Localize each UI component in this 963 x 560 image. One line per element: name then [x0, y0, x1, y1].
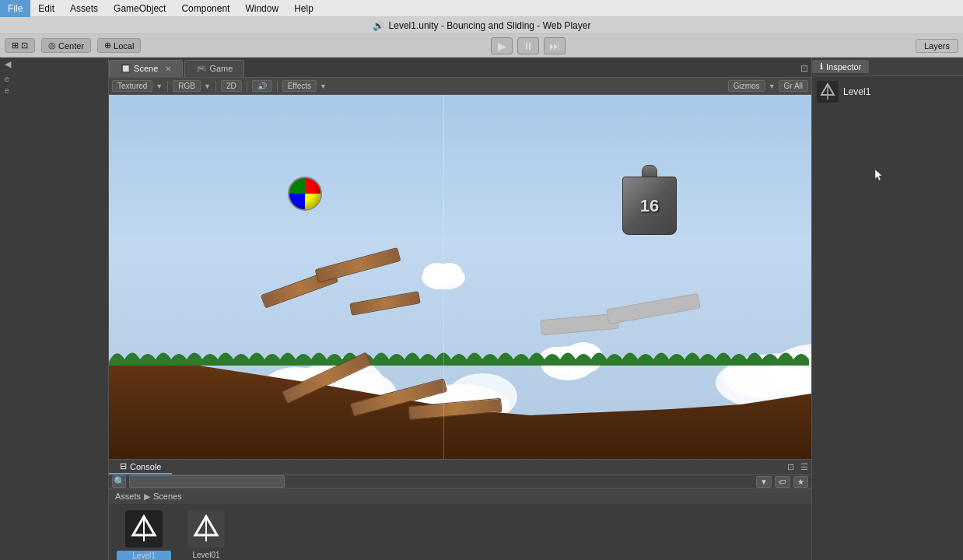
console-tab[interactable]: ⊟ Console [109, 460, 172, 474]
local-icon: ⊕ [104, 40, 111, 51]
layers-button[interactable]: Layers [916, 39, 958, 53]
dropdown-arrow-1: ▼ [156, 82, 163, 90]
bottom-tabs: ⊟ Console ⊡ ☰ [109, 460, 811, 475]
separator-1 [167, 81, 168, 92]
menu-assets[interactable]: Assets [62, 0, 106, 17]
bottom-panel: ⊟ Console ⊡ ☰ 🔍 ▼ 🏷 ★ [109, 459, 811, 560]
left-sidebar: ◀ e e [0, 58, 109, 560]
right-panel: ℹ Inspector Level1 [811, 58, 963, 560]
bottom-toolbar: 🔍 ▼ 🏷 ★ [109, 475, 811, 488]
center-btn[interactable]: ◎ Center [41, 38, 91, 53]
tab-scene[interactable]: 🔲 Scene ✕ [109, 60, 183, 77]
dropdown-arrow-4: ▼ [769, 82, 776, 90]
menu-help[interactable]: Help [286, 0, 321, 17]
inspector-tabs: ℹ Inspector [812, 58, 963, 76]
center-icon: ◎ [48, 40, 56, 51]
center-area: 🔲 Scene ✕ 🎮 Game ⊡ Textured ▼ RGB ▼ 2D 🔊… [109, 58, 811, 560]
assets-breadcrumb: Assets ▶ Scenes [109, 488, 811, 504]
rgb-btn[interactable]: RGB [173, 80, 201, 92]
sidebar-label-2: e [0, 85, 108, 96]
inspector-content: Level1 [812, 76, 963, 107]
assets-content: Level1 Level01 [109, 504, 811, 560]
dropdown-arrow-3: ▼ [320, 82, 327, 90]
maximize-btn[interactable]: ⊡ [797, 60, 811, 77]
toolbar: ⊞ ⊡ ◎ Center ⊕ Local ▶ ⏸ ⏭ Layers [0, 34, 963, 58]
effects-btn[interactable]: Effects [282, 80, 317, 92]
filter-btn[interactable]: ▼ [756, 476, 772, 488]
menu-edit[interactable]: Edit [30, 0, 62, 17]
bottom-menu-btn[interactable]: ☰ [797, 460, 811, 474]
beach-ball [288, 177, 322, 211]
game-icon: 🎮 [196, 64, 207, 73]
pause-button[interactable]: ⏸ [517, 37, 539, 54]
weight-body: 16 [622, 177, 677, 235]
tab-game[interactable]: 🎮 Game [184, 60, 244, 77]
center-cloud-svg [420, 258, 467, 289]
separator-2 [215, 81, 216, 92]
menu-component[interactable]: Component [173, 0, 237, 17]
local-btn[interactable]: ⊕ Local [97, 38, 141, 53]
weight-hook [642, 165, 657, 177]
star-btn[interactable]: ★ [793, 476, 808, 488]
transform-handle-btn[interactable]: ⊞ ⊡ [5, 38, 35, 53]
scene-viewport[interactable]: 16 [109, 95, 811, 459]
title-icon: 🔊 [373, 20, 384, 31]
menu-gameobject[interactable]: GameObject [106, 0, 173, 17]
asset-item-level01[interactable]: Level01 [179, 509, 233, 559]
all-btn[interactable]: Gr All [779, 80, 808, 92]
sidebar-label-1: e [0, 73, 108, 85]
step-button[interactable]: ⏭ [544, 37, 566, 54]
asset-item-level1[interactable]: Level1 [117, 509, 171, 560]
playback-controls: ▶ ⏸ ⏭ [147, 37, 909, 54]
search-icon-btn[interactable]: 🔍 [112, 475, 126, 488]
breadcrumb-arrow: ▶ [144, 492, 150, 502]
level-name-label: Level1 [843, 86, 870, 97]
cursor-pointer [875, 170, 881, 179]
gizmos-btn[interactable]: Gizmos [728, 80, 765, 92]
separator-3 [247, 81, 247, 92]
textured-btn[interactable]: Textured [112, 80, 152, 92]
breadcrumb-scenes[interactable]: Scenes [153, 492, 182, 501]
menu-window[interactable]: Window [237, 0, 286, 17]
scene-icon: 🔲 [121, 64, 131, 73]
audio-btn[interactable]: 🔊 [252, 80, 272, 92]
breadcrumb-assets[interactable]: Assets [115, 492, 141, 501]
scene-tab-close[interactable]: ✕ [165, 65, 171, 73]
inspector-tab[interactable]: ℹ Inspector [812, 60, 869, 73]
assets-panel: Assets ▶ Scenes [109, 488, 811, 560]
play-button[interactable]: ▶ [491, 37, 513, 54]
unity-logo-1 [125, 510, 163, 548]
unity-icon-small [817, 81, 839, 103]
console-icon: ⊟ [120, 461, 127, 471]
inspector-icon: ℹ [820, 61, 823, 72]
right-controls: Layers [916, 39, 958, 53]
2d-btn[interactable]: 2D [221, 80, 242, 92]
title-text: Level1.unity - Bouncing and Sliding - We… [389, 20, 591, 31]
dropdown-arrow-2: ▼ [204, 82, 211, 90]
asset-label-1: Level1 [117, 551, 171, 560]
asset-icon-1 [124, 509, 164, 549]
bottom-collapse-btn[interactable]: ⊡ [784, 460, 797, 474]
asset-icon-2 [186, 509, 226, 549]
label-btn[interactable]: 🏷 [775, 476, 790, 488]
title-bar: 🔊 Level1.unity - Bouncing and Sliding - … [0, 17, 963, 34]
scene-toolbar: Textured ▼ RGB ▼ 2D 🔊 Effects ▼ Gizmos ▼… [109, 78, 811, 95]
menu-bar: File Edit Assets GameObject Component Wi… [0, 0, 963, 17]
sidebar-collapse-btn[interactable]: ◀ [0, 58, 16, 73]
scene-tabs: 🔲 Scene ✕ 🎮 Game ⊡ [109, 58, 811, 78]
grass-svg [109, 342, 809, 366]
unity-logo-2 [187, 510, 225, 548]
asset-label-2: Level01 [179, 551, 233, 559]
weight-object: 16 [622, 165, 677, 235]
menu-file[interactable]: File [0, 0, 30, 17]
separator-4 [277, 81, 278, 92]
svg-point-17 [437, 263, 462, 282]
search-input[interactable] [129, 475, 285, 488]
weight-number: 16 [640, 196, 659, 216]
main-layout: ◀ e e 🔲 Scene ✕ 🎮 Game ⊡ Textured ▼ RGB … [0, 58, 963, 560]
